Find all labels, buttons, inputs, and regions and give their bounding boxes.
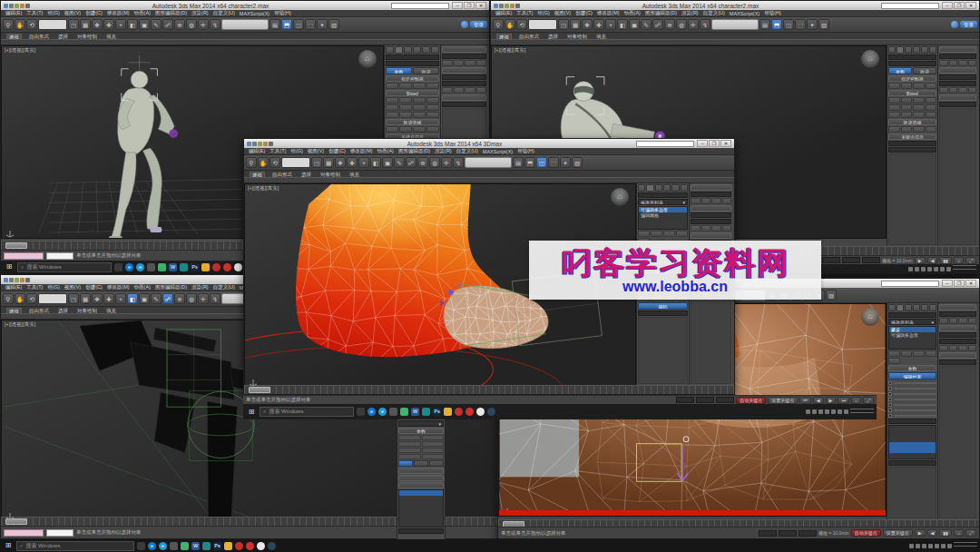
coordinate-field[interactable] — [759, 530, 777, 537]
toolbar-icon[interactable]: ✦ — [560, 157, 571, 168]
toolbar-icon[interactable]: ✎ — [151, 19, 162, 30]
minimize-button[interactable]: – — [942, 2, 953, 9]
panel-button[interactable] — [888, 97, 900, 104]
hierarchy-tab-icon[interactable] — [404, 46, 412, 54]
tray-icon[interactable] — [844, 409, 848, 414]
toolbar-icon[interactable]: ◫ — [783, 19, 794, 30]
menu-item[interactable]: 视图(V) — [64, 284, 81, 291]
start-button[interactable]: ⊞ — [246, 408, 257, 417]
pair-button[interactable]: 轨迹 — [913, 67, 936, 74]
checkbox[interactable] — [888, 392, 892, 396]
taskbar-app-icon-3dsmax[interactable] — [180, 263, 188, 271]
menu-item[interactable]: 视图(V) — [64, 10, 81, 16]
toolbar-icon[interactable]: ◍ — [186, 293, 197, 304]
menu-item[interactable]: 视图(V) — [308, 148, 324, 154]
toolbar-icon[interactable]: ⚲ — [246, 157, 257, 168]
panel-button[interactable] — [399, 104, 412, 111]
rollout-header[interactable] — [939, 67, 976, 74]
toolbar-icon[interactable]: ◧ — [127, 19, 138, 30]
tray-icon[interactable] — [806, 409, 810, 414]
modify-tab-icon[interactable] — [646, 184, 653, 192]
panel-button[interactable] — [949, 318, 958, 324]
menu-item[interactable]: 工具(T) — [26, 10, 43, 16]
toolbar-icon[interactable]: ◍ — [186, 19, 197, 30]
coordinate-field[interactable] — [842, 257, 860, 263]
toolbar-icon[interactable]: ✎ — [641, 19, 652, 30]
taskbar-app-icon-folder[interactable] — [224, 542, 232, 550]
toolbar-icon[interactable]: ▧ — [572, 157, 583, 168]
menu-item[interactable]: MAXScript(X) — [240, 11, 270, 16]
taskbar-app-icon-chrome[interactable] — [234, 263, 242, 271]
panel-field[interactable] — [888, 54, 936, 60]
infocenter-search-input[interactable] — [636, 141, 694, 147]
panel-button[interactable] — [413, 104, 426, 111]
toolbar-icon[interactable]: ❖ — [92, 293, 103, 304]
rollout-header[interactable]: 参数 — [888, 365, 936, 371]
panel-button[interactable] — [958, 318, 967, 324]
toolbar-icon[interactable]: ✦ — [317, 19, 328, 30]
panel-button[interactable] — [926, 350, 937, 357]
menu-item[interactable]: 帮助(H) — [764, 10, 781, 16]
radio-cell[interactable] — [398, 441, 421, 447]
panel-button[interactable] — [711, 225, 721, 232]
panel-button[interactable] — [426, 126, 439, 133]
panel-button[interactable] — [901, 83, 913, 89]
panel-button[interactable] — [413, 112, 426, 118]
panel-button[interactable] — [386, 104, 398, 111]
toolbar-icon[interactable]: ◍ — [676, 19, 687, 30]
toolbar-icon[interactable]: ✚ — [593, 19, 604, 30]
panel-field[interactable] — [888, 419, 936, 424]
taskbar-app-icon-mail[interactable] — [389, 408, 397, 416]
utilities-tab-icon[interactable] — [929, 46, 936, 54]
panel-button[interactable] — [399, 83, 412, 89]
motion-tab-icon[interactable] — [663, 184, 671, 192]
menu-item[interactable]: 创建(C) — [575, 10, 593, 16]
panel-field[interactable] — [888, 147, 936, 153]
ribbon-tab[interactable]: 填充 — [594, 34, 608, 40]
taskbar-app-icon-edge[interactable]: e — [125, 263, 133, 271]
toolbar-icon[interactable]: ▣ — [139, 293, 150, 304]
panel-field[interactable] — [638, 310, 688, 316]
checkbox-row[interactable] — [888, 402, 936, 407]
toolbar-icon[interactable]: ▣ — [139, 19, 150, 30]
taskbar-app-icon-qq[interactable] — [466, 408, 474, 416]
ribbon-tab[interactable]: 选择 — [56, 308, 70, 314]
quick-access-toolbar[interactable] — [247, 142, 273, 146]
panel-button[interactable] — [465, 87, 475, 94]
panel-button[interactable] — [722, 225, 732, 232]
menu-item[interactable]: 编辑(E) — [5, 284, 22, 291]
ribbon-tab[interactable]: 填充 — [104, 308, 118, 314]
panel-button[interactable] — [426, 97, 439, 104]
taskbar-app-icon-wechat[interactable] — [158, 263, 166, 271]
panel-button[interactable] — [426, 104, 439, 111]
menu-item[interactable]: 渲染(R) — [435, 148, 452, 154]
taskbar-search-input[interactable]: ⌕搜索 Windows — [17, 262, 112, 272]
transport-button[interactable]: ▶ — [826, 397, 837, 404]
panel-field[interactable] — [888, 460, 936, 466]
toolbar-icon[interactable]: ✛ — [688, 19, 699, 30]
panel-field[interactable] — [939, 81, 976, 86]
panel-field[interactable] — [888, 312, 936, 318]
toolbar-icon[interactable]: ▤ — [270, 19, 280, 30]
panel-button[interactable] — [958, 345, 967, 351]
menu-item[interactable]: 创建(C) — [85, 10, 103, 16]
menu-item[interactable]: 创建(C) — [85, 284, 103, 291]
panel-button[interactable] — [901, 350, 913, 357]
display-tab-icon[interactable] — [422, 46, 430, 54]
panel-button[interactable] — [465, 60, 475, 66]
taskbar-app-icon-mail[interactable] — [170, 542, 178, 550]
viewcube-icon[interactable]: ⌂ — [611, 188, 629, 206]
tray-icon[interactable] — [922, 544, 926, 548]
panel-field[interactable] — [939, 102, 976, 107]
panel-button[interactable] — [939, 60, 948, 66]
toolbar-icon[interactable]: ◳ — [558, 19, 569, 30]
transport-button[interactable]: ◀ — [813, 397, 824, 404]
menu-item[interactable]: 图形编辑器(D) — [398, 148, 430, 154]
start-button[interactable]: ⊞ — [4, 262, 15, 271]
viewport-nav-button[interactable]: ⌂ — [954, 257, 964, 264]
close-button[interactable]: ✕ — [720, 140, 731, 147]
ribbon-tab[interactable]: 自由形式 — [270, 172, 294, 178]
taskbar-search-input[interactable]: ⌕搜索 Windows — [16, 541, 134, 551]
highlighted-button[interactable]: 编辑封套 — [888, 372, 936, 380]
panel-button[interactable] — [901, 126, 913, 133]
